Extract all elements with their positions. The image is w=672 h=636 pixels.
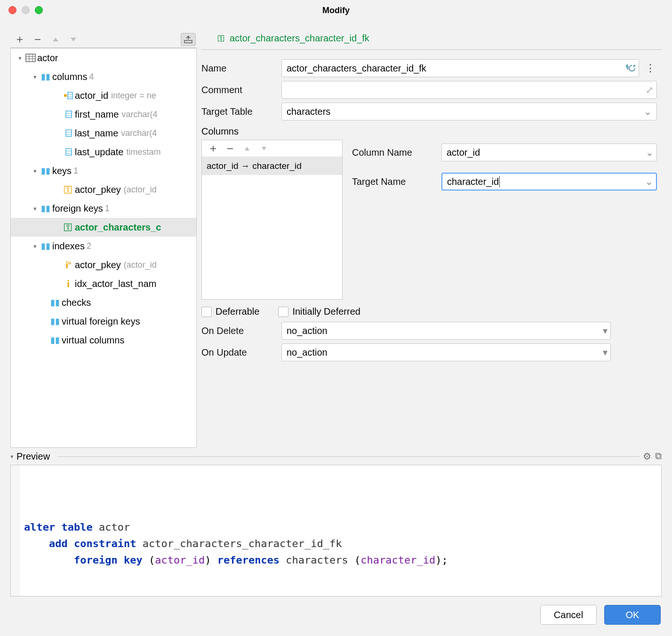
cancel-button[interactable]: Cancel xyxy=(540,605,597,625)
sql-preview[interactable]: alter table actor add constraint actor_c… xyxy=(10,465,662,596)
folder-icon: ▮▮ xyxy=(39,203,52,214)
column-type: integer = ne xyxy=(111,91,156,101)
svg-marker-28 xyxy=(245,147,249,151)
index-name: idx_actor_last_nam xyxy=(75,278,156,289)
deferrable-checkbox[interactable]: Deferrable xyxy=(201,306,259,317)
remove-column-button[interactable] xyxy=(223,142,238,155)
checkbox-icon xyxy=(278,307,288,317)
on-delete-combo[interactable]: no_action ▾ xyxy=(281,322,611,340)
folder-icon: ▮▮ xyxy=(39,166,52,176)
tree-node-foreign-keys[interactable]: ▾ ▮▮ foreign keys 1 xyxy=(11,199,196,218)
modify-dialog: Modify ▾ actor ▾ xyxy=(0,0,672,636)
tree-label: actor xyxy=(37,53,58,64)
tree-node-key[interactable]: ⚿ actor_pkey (actor_id xyxy=(11,180,196,199)
column-icon xyxy=(62,129,75,137)
tree-label: indexes xyxy=(52,241,85,252)
preview-label: Preview xyxy=(16,451,50,462)
name-input[interactable]: actor_characters_character_id_fk xyxy=(281,59,639,77)
gear-icon[interactable]: ⚙ xyxy=(643,451,651,462)
tree-node-column[interactable]: actor_id integer = ne xyxy=(11,86,196,105)
ok-button[interactable]: OK xyxy=(604,605,661,625)
move-up-button[interactable] xyxy=(48,33,63,46)
columns-list: actor_id → character_id xyxy=(201,140,343,300)
target-name-combo[interactable]: character_id ⌄ xyxy=(441,173,657,191)
tree-node-index[interactable]: iu actor_pkey (actor_id xyxy=(11,255,196,274)
index-name: actor_pkey xyxy=(75,260,121,270)
column-type: varchar(4 xyxy=(121,128,157,138)
fk-key-icon: ⚿ xyxy=(62,222,75,233)
titlebar: Modify xyxy=(0,0,672,21)
expand-icon[interactable]: ⤢ xyxy=(646,84,654,95)
schema-tree[interactable]: ▾ actor ▾ ▮▮ columns 4 actor_id integer … xyxy=(10,48,197,448)
add-column-button[interactable] xyxy=(206,142,221,155)
svg-rect-6 xyxy=(26,54,35,62)
on-delete-value: no_action xyxy=(287,326,328,336)
svg-rect-5 xyxy=(184,40,192,43)
remove-item-button[interactable] xyxy=(30,33,45,46)
close-window-button[interactable] xyxy=(8,6,16,14)
tree-node-table[interactable]: ▾ actor xyxy=(11,48,196,67)
on-update-combo[interactable]: no_action ▾ xyxy=(281,343,611,361)
tree-node-virtual-cols[interactable]: ▮▮ virtual columns xyxy=(11,331,196,350)
column-type: timestam xyxy=(126,147,160,157)
column-name-combo[interactable]: actor_id ⌄ xyxy=(441,143,657,161)
expand-button[interactable] xyxy=(181,33,196,46)
chevron-down-icon: ▾ xyxy=(31,73,39,80)
tree-node-column[interactable]: last_name varchar(4 xyxy=(11,124,196,143)
tree-label: virtual foreign keys xyxy=(62,316,140,327)
tree-node-columns[interactable]: ▾ ▮▮ columns 4 xyxy=(11,67,196,86)
count-badge: 2 xyxy=(87,241,91,251)
target-name-value: character_id xyxy=(447,176,499,187)
tree-toolbar xyxy=(10,31,197,48)
auto-name-icon[interactable] xyxy=(625,64,636,73)
pk-column-icon xyxy=(62,91,75,100)
column-name-value: actor_id xyxy=(447,147,480,158)
index-ann: (actor_id xyxy=(124,260,157,270)
key-ann: (actor_id xyxy=(124,185,157,195)
initially-deferred-checkbox[interactable]: Initially Deferred xyxy=(278,306,360,317)
deferrable-label: Deferrable xyxy=(216,306,259,317)
comment-label: Comment xyxy=(201,85,281,95)
preview-collapse-icon[interactable]: ▾ xyxy=(10,453,14,460)
tree-node-foreign-key[interactable]: ⚿ actor_characters_c xyxy=(11,218,196,237)
target-table-combo[interactable]: characters ⌄ xyxy=(281,103,657,120)
chevron-down-icon: ▾ xyxy=(16,55,24,62)
column-icon xyxy=(62,148,75,156)
divider xyxy=(57,456,640,457)
tree-node-column[interactable]: first_name varchar(4 xyxy=(11,105,196,124)
minimize-window-button[interactable] xyxy=(22,6,30,14)
count-badge: 1 xyxy=(105,204,110,214)
svg-rect-21 xyxy=(66,149,72,155)
tree-node-indexes[interactable]: ▾ ▮▮ indexes 2 xyxy=(11,237,196,255)
svg-marker-24 xyxy=(633,64,636,67)
more-options-button[interactable]: ⋮ xyxy=(644,62,657,74)
tree-node-index[interactable]: i idx_actor_last_nam xyxy=(11,274,196,293)
svg-rect-11 xyxy=(68,92,72,99)
target-name-label: Target Name xyxy=(352,176,441,187)
fk-header-name: actor_characters_character_id_fk xyxy=(230,33,369,44)
open-external-icon[interactable]: ⧉ xyxy=(655,451,662,462)
count-badge: 1 xyxy=(73,166,78,176)
window-controls xyxy=(8,6,43,14)
tree-node-checks[interactable]: ▮▮ checks xyxy=(11,293,196,312)
move-down-button[interactable] xyxy=(66,33,81,46)
tree-label: checks xyxy=(62,297,91,308)
column-up-button[interactable] xyxy=(240,142,255,155)
column-mapping-item[interactable]: actor_id → character_id xyxy=(202,157,342,175)
column-name: first_name xyxy=(75,109,119,120)
key-name: actor_pkey xyxy=(75,184,121,195)
checkbox-icon xyxy=(201,307,212,317)
tree-node-keys[interactable]: ▾ ▮▮ keys 1 xyxy=(11,161,196,180)
tree-label: virtual columns xyxy=(62,335,124,346)
column-down-button[interactable] xyxy=(256,142,272,155)
sql-code: alter table actor add constraint actor_c… xyxy=(24,519,657,569)
comment-input[interactable]: ⤢ xyxy=(281,81,657,99)
zoom-window-button[interactable] xyxy=(35,6,43,14)
tree-node-column[interactable]: last_update timestam xyxy=(11,143,196,161)
tree-node-virtual-fk[interactable]: ▮▮ virtual foreign keys xyxy=(11,312,196,331)
window-title: Modify xyxy=(322,6,350,16)
add-item-button[interactable] xyxy=(12,33,27,46)
column-icon xyxy=(62,110,75,119)
table-icon xyxy=(24,54,37,62)
chevron-down-icon: ⌄ xyxy=(646,147,654,158)
